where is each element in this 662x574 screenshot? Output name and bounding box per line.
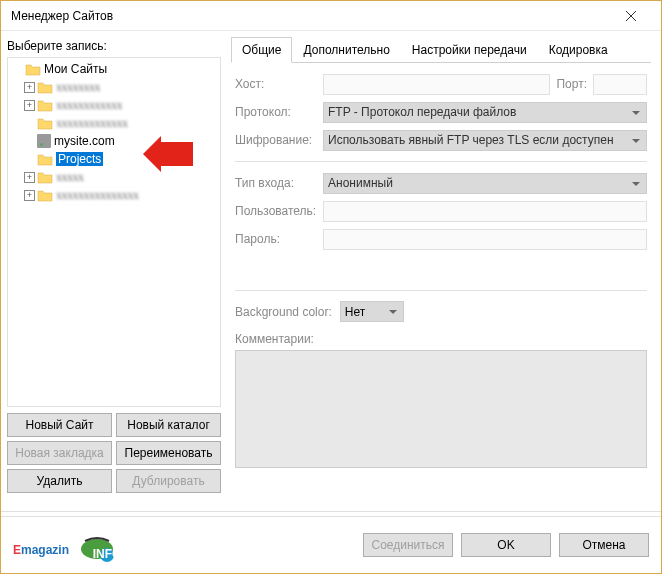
duplicate-button: Дублировать	[116, 469, 221, 493]
new-site-button[interactable]: Новый Сайт	[7, 413, 112, 437]
protocol-select[interactable]: FTP - Протокол передачи файлов	[323, 102, 647, 123]
encryption-select[interactable]: Использовать явный FTP через TLS если до…	[323, 130, 647, 151]
comment-textarea[interactable]	[235, 350, 647, 468]
tree-item-label: xxxxxxxxxxxxx	[56, 116, 128, 131]
folder-icon	[37, 98, 53, 112]
close-icon	[626, 11, 636, 21]
expander-icon[interactable]: +	[24, 82, 35, 93]
tree-item[interactable]: + xxxxxxxxxxxxxxx	[10, 186, 218, 204]
encryption-label: Шифрование:	[235, 133, 323, 147]
folder-icon	[37, 188, 53, 202]
svg-text:INFO: INFO	[93, 547, 119, 561]
password-input[interactable]	[323, 229, 647, 250]
ok-button[interactable]: OK	[461, 533, 551, 557]
server-icon	[37, 134, 51, 148]
tree-item-label: mysite.com	[54, 134, 115, 148]
user-input[interactable]	[323, 201, 647, 222]
port-label: Порт:	[556, 77, 587, 91]
port-input[interactable]	[593, 74, 647, 95]
tree-item-label: Projects	[56, 152, 103, 166]
tab-general[interactable]: Общие	[231, 37, 292, 63]
tab-advanced[interactable]: Дополнительно	[292, 37, 400, 62]
comment-label: Комментарии:	[235, 332, 647, 346]
bgcolor-value: Нет	[345, 305, 365, 319]
connect-button: Соединиться	[363, 533, 453, 557]
tab-charset[interactable]: Кодировка	[538, 37, 619, 62]
tree-item[interactable]: + xxxxxxxxxxxx	[10, 96, 218, 114]
tree-root-label: Мои Сайты	[44, 62, 107, 76]
tab-bar: Общие Дополнительно Настройки передачи К…	[231, 37, 651, 63]
tree-item-label: xxxxx	[56, 170, 84, 185]
tab-transfer[interactable]: Настройки передачи	[401, 37, 538, 62]
bgcolor-select[interactable]: Нет	[340, 301, 404, 322]
tree-item[interactable]: xxxxxxxxxxxxx	[10, 114, 218, 132]
select-entry-label: Выберите запись:	[7, 39, 221, 53]
logo: Emagazin INFO	[13, 527, 363, 563]
folder-icon	[37, 152, 53, 166]
folder-icon	[37, 170, 53, 184]
protocol-value: FTP - Протокол передачи файлов	[328, 105, 516, 119]
window-title: Менеджер Сайтов	[11, 9, 611, 23]
protocol-label: Протокол:	[235, 105, 323, 119]
folder-icon	[37, 116, 53, 130]
expander-icon[interactable]: +	[24, 172, 35, 183]
site-tree[interactable]: Мои Сайты + xxxxxxxx + xxxxxxxxxxxx xxxx…	[7, 57, 221, 407]
close-button[interactable]	[611, 2, 651, 30]
tree-root[interactable]: Мои Сайты	[10, 60, 218, 78]
folder-icon	[25, 62, 41, 76]
password-label: Пароль:	[235, 232, 323, 246]
folder-icon	[37, 80, 53, 94]
user-label: Пользователь:	[235, 204, 323, 218]
basket-icon: INFO	[77, 527, 119, 563]
expander-icon[interactable]: +	[24, 190, 35, 201]
logon-value: Анонимный	[328, 176, 393, 190]
tree-item-label: xxxxxxxx	[56, 80, 100, 95]
tree-item-label: xxxxxxxxxxxx	[56, 98, 122, 113]
tree-item-label: xxxxxxxxxxxxxxx	[56, 188, 139, 203]
expander-icon[interactable]: +	[24, 100, 35, 111]
red-arrow-annotation	[143, 136, 193, 172]
new-bookmark-button: Новая закладка	[7, 441, 112, 465]
logon-select[interactable]: Анонимный	[323, 173, 647, 194]
rename-button[interactable]: Переименовать	[116, 441, 221, 465]
encryption-value: Использовать явный FTP через TLS если до…	[328, 133, 614, 147]
cancel-button[interactable]: Отмена	[559, 533, 649, 557]
logon-label: Тип входа:	[235, 176, 323, 190]
host-label: Хост:	[235, 77, 323, 91]
delete-button[interactable]: Удалить	[7, 469, 112, 493]
tree-item[interactable]: + xxxxxxxx	[10, 78, 218, 96]
bgcolor-label: Background color:	[235, 305, 332, 319]
host-input[interactable]	[323, 74, 550, 95]
new-folder-button[interactable]: Новый каталог	[116, 413, 221, 437]
